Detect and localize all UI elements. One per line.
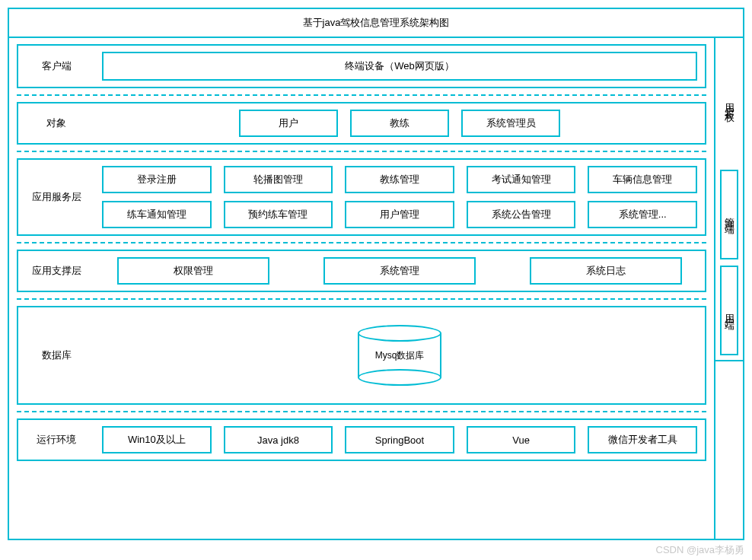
diagram-title: 基于java驾校信息管理系统架构图 (303, 16, 450, 30)
env-vue: Vue (467, 426, 576, 453)
rail-admin-side: 管理端 (720, 170, 738, 259)
object-user: 用户 (239, 110, 338, 137)
layer-label: 数据库 (18, 307, 94, 403)
layer-label: 应用服务层 (18, 160, 94, 234)
layer-label: 对象 (18, 103, 94, 143)
layer-environment: 运行环境 Win10及以上 Java jdk8 SpringBoot Vue 微… (17, 418, 706, 461)
divider (17, 94, 706, 96)
app-login: 登录注册 (102, 166, 212, 193)
app-announcement: 系统公告管理 (467, 201, 576, 228)
layer-client: 客户端 终端设备（Web网页版） (17, 44, 706, 88)
env-springboot: SpringBoot (345, 426, 454, 453)
rail-user-side: 用户端 (720, 266, 738, 355)
layer-label: 运行环境 (18, 420, 94, 460)
layer-database: 数据库 Mysq数据库 (17, 306, 706, 405)
watermark: CSDN @java李杨勇 (656, 543, 745, 557)
title-bar: 基于java驾校信息管理系统架构图 (9, 9, 743, 38)
right-rail: 用户鉴权 管理端 用户端 (714, 38, 743, 539)
layer-app-service: 应用服务层 登录注册 轮播图管理 教练管理 考试通知管理 车辆信息管理 练车通知… (17, 158, 706, 236)
app-exam-notice: 考试通知管理 (467, 166, 576, 193)
divider (17, 411, 706, 412)
app-appointment: 预约练车管理 (224, 201, 333, 228)
app-coach-mgmt: 教练管理 (345, 166, 454, 193)
env-jdk: Java jdk8 (224, 426, 333, 453)
rail-auth: 用户鉴权 (722, 95, 736, 107)
layers-column: 客户端 终端设备（Web网页版） 对象 用户 教练 系统管理员 (9, 38, 714, 539)
layer-support: 应用支撑层 权限管理 系统管理 系统日志 (17, 250, 706, 292)
app-vehicle-info: 车辆信息管理 (588, 166, 697, 193)
client-device: 终端设备（Web网页版） (345, 59, 454, 73)
divider (17, 242, 706, 243)
layer-label: 客户端 (18, 46, 94, 87)
divider (17, 298, 706, 300)
env-os: Win10及以上 (102, 426, 212, 453)
app-practice-notice: 练车通知管理 (102, 201, 212, 228)
divider (17, 151, 706, 152)
layer-object: 对象 用户 教练 系统管理员 (17, 102, 706, 145)
architecture-diagram: 基于java驾校信息管理系统架构图 客户端 终端设备（Web网页版） 对象 (8, 8, 744, 540)
support-system: 系统管理 (323, 257, 476, 285)
database-name: Mysq数据库 (358, 349, 441, 362)
layer-label: 应用支撑层 (18, 251, 94, 291)
app-user-mgmt: 用户管理 (345, 201, 454, 228)
support-log: 系统日志 (530, 257, 682, 285)
app-carousel: 轮播图管理 (224, 166, 333, 193)
object-coach: 教练 (350, 110, 449, 137)
database-icon: Mysq数据库 (358, 325, 441, 386)
env-wechat-devtool: 微信开发者工具 (588, 426, 697, 453)
object-admin: 系统管理员 (461, 110, 560, 137)
support-permission: 权限管理 (117, 257, 269, 285)
app-system-mgmt: 系统管理... (588, 201, 697, 228)
